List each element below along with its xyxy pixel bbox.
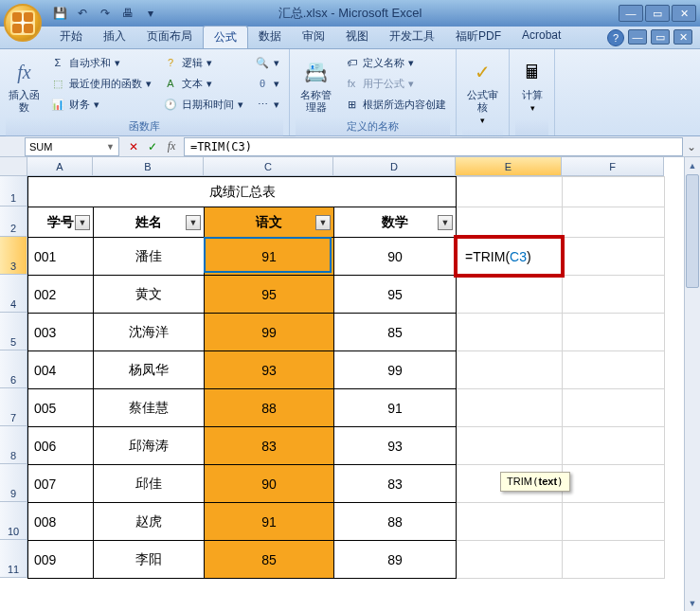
- cell[interactable]: [457, 314, 563, 351]
- table-cell[interactable]: 009: [28, 541, 94, 579]
- table-cell[interactable]: 99: [334, 351, 457, 389]
- table-header[interactable]: 数学▼: [334, 207, 457, 238]
- table-cell[interactable]: 83: [205, 427, 334, 465]
- table-cell[interactable]: 李阳: [94, 541, 205, 579]
- ribbon-close-button[interactable]: ✕: [673, 29, 692, 45]
- table-header[interactable]: 学号▼: [28, 207, 94, 238]
- column-header[interactable]: E: [456, 157, 562, 176]
- scroll-up-icon[interactable]: ▲: [685, 157, 700, 173]
- table-cell[interactable]: 004: [28, 351, 94, 389]
- table-cell[interactable]: 91: [334, 389, 457, 427]
- cell[interactable]: =TRIM(C3): [457, 238, 563, 276]
- table-cell[interactable]: 99: [205, 314, 334, 351]
- row-header[interactable]: 2: [0, 207, 27, 237]
- minimize-button[interactable]: —: [619, 5, 643, 22]
- cell[interactable]: [563, 427, 665, 465]
- help-button[interactable]: ?: [607, 29, 624, 46]
- table-cell[interactable]: 85: [205, 541, 334, 579]
- formula-input[interactable]: =TRIM(C3): [184, 137, 683, 156]
- tab-页面布局[interactable]: 页面布局: [136, 26, 203, 48]
- filter-dropdown-icon[interactable]: ▼: [75, 215, 90, 230]
- tab-开发工具[interactable]: 开发工具: [379, 26, 445, 48]
- cell[interactable]: [563, 541, 665, 579]
- filter-dropdown-icon[interactable]: ▼: [438, 215, 453, 230]
- table-cell[interactable]: 91: [205, 238, 334, 276]
- name-box[interactable]: SUM▼: [25, 137, 119, 156]
- row-header[interactable]: 3: [0, 237, 27, 275]
- scroll-down-icon[interactable]: ▼: [685, 595, 700, 611]
- redo-icon[interactable]: ↷: [95, 3, 116, 24]
- close-button[interactable]: ✕: [672, 5, 696, 22]
- ribbon-restore-button[interactable]: ▭: [651, 29, 670, 45]
- insert-function-fb-button[interactable]: fx: [163, 138, 180, 155]
- table-cell[interactable]: 93: [205, 351, 334, 389]
- row-header[interactable]: 7: [0, 388, 27, 426]
- text-button[interactable]: A文本▾: [159, 74, 247, 93]
- calculation-button[interactable]: 🖩计算▾: [515, 53, 549, 117]
- row-header[interactable]: 1: [0, 176, 27, 207]
- column-header[interactable]: A: [27, 157, 93, 176]
- table-cell[interactable]: 黄文: [94, 276, 205, 314]
- table-cell[interactable]: 邱佳: [94, 465, 205, 503]
- logical-button[interactable]: ?逻辑▾: [159, 53, 247, 72]
- autosum-button[interactable]: Σ自动求和▾: [46, 53, 155, 72]
- row-header[interactable]: 9: [0, 464, 27, 502]
- select-all-button[interactable]: [0, 157, 27, 176]
- maximize-button[interactable]: ▭: [645, 5, 670, 22]
- cell[interactable]: [563, 389, 665, 427]
- cell[interactable]: [457, 276, 563, 314]
- more-functions-button[interactable]: ⋯▾: [251, 95, 283, 114]
- table-cell[interactable]: 89: [334, 541, 457, 579]
- table-cell[interactable]: 001: [28, 238, 94, 276]
- table-header[interactable]: 语文▼: [205, 207, 334, 238]
- define-name-button[interactable]: 🏷定义名称▾: [340, 53, 450, 72]
- row-header[interactable]: 11: [0, 540, 27, 578]
- cell[interactable]: [457, 207, 563, 238]
- cell[interactable]: [457, 351, 563, 389]
- print-icon[interactable]: 🖶: [117, 3, 138, 24]
- table-cell[interactable]: 潘佳: [94, 238, 205, 276]
- cell[interactable]: [563, 177, 665, 207]
- qat-dropdown-icon[interactable]: ▾: [140, 3, 161, 24]
- table-cell[interactable]: 002: [28, 276, 94, 314]
- table-cell[interactable]: 邱海涛: [94, 427, 205, 465]
- financial-button[interactable]: 📊财务▾: [46, 95, 155, 114]
- table-cell[interactable]: 90: [205, 465, 334, 503]
- cell[interactable]: [563, 465, 665, 503]
- tab-福昕PDF[interactable]: 福昕PDF: [445, 26, 512, 48]
- tab-审阅[interactable]: 审阅: [292, 26, 335, 48]
- formula-audit-button[interactable]: ✓公式审核▾: [462, 53, 503, 129]
- table-cell[interactable]: 005: [28, 389, 94, 427]
- office-button[interactable]: [4, 4, 42, 42]
- insert-function-button[interactable]: fx 插入函数: [6, 53, 43, 117]
- column-header[interactable]: D: [333, 157, 456, 176]
- ribbon-minimize-button[interactable]: —: [628, 29, 647, 45]
- table-title[interactable]: 成绩汇总表: [28, 177, 457, 207]
- vertical-scrollbar[interactable]: ▲ ▼: [684, 157, 700, 611]
- name-manager-button[interactable]: 📇 名称管理器: [296, 53, 336, 117]
- tab-开始[interactable]: 开始: [49, 26, 93, 48]
- table-cell[interactable]: 007: [28, 465, 94, 503]
- cell[interactable]: [563, 238, 665, 276]
- recent-functions-button[interactable]: ⬚最近使用的函数▾: [46, 74, 155, 93]
- row-header[interactable]: 6: [0, 350, 27, 388]
- cell[interactable]: [457, 541, 563, 579]
- row-header[interactable]: 4: [0, 275, 27, 313]
- filter-dropdown-icon[interactable]: ▼: [315, 215, 331, 230]
- tab-插入[interactable]: 插入: [93, 26, 136, 48]
- grid[interactable]: 成绩汇总表学号▼姓名▼语文▼数学▼001潘佳9190=TRIM(C3)002黄文…: [27, 176, 665, 579]
- datetime-button[interactable]: 🕐日期和时间▾: [159, 95, 247, 114]
- create-from-selection-button[interactable]: ⊞根据所选内容创建: [340, 95, 450, 114]
- table-cell[interactable]: 沈海洋: [94, 314, 205, 351]
- tab-视图[interactable]: 视图: [335, 26, 379, 48]
- table-cell[interactable]: 91: [205, 503, 334, 541]
- table-cell[interactable]: 003: [28, 314, 94, 351]
- undo-icon[interactable]: ↶: [72, 3, 93, 24]
- table-cell[interactable]: 83: [334, 465, 457, 503]
- tab-公式[interactable]: 公式: [203, 26, 248, 48]
- tab-数据[interactable]: 数据: [248, 26, 292, 48]
- column-header[interactable]: F: [562, 157, 664, 176]
- table-cell[interactable]: 88: [334, 503, 457, 541]
- table-cell[interactable]: 008: [28, 503, 94, 541]
- chevron-down-icon[interactable]: ▼: [106, 142, 115, 152]
